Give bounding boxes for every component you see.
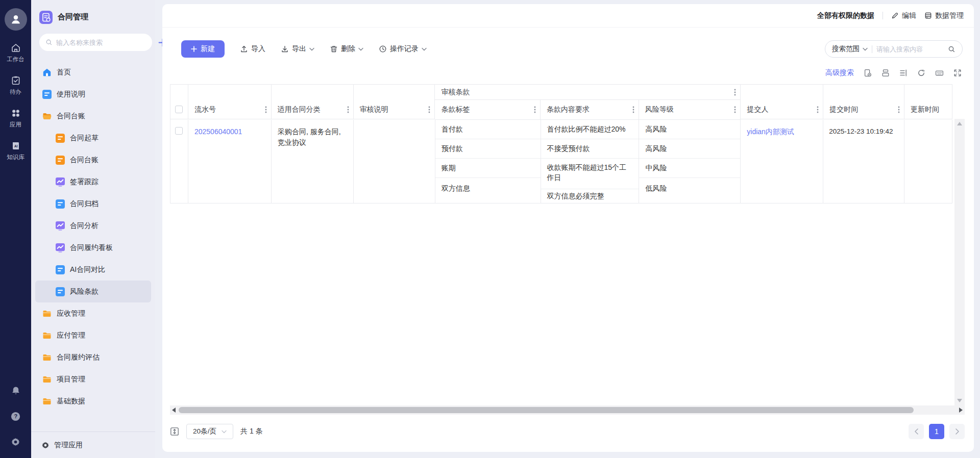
kebab-menu-icon[interactable] — [428, 106, 430, 114]
kebab-menu-icon[interactable] — [817, 106, 819, 114]
sidebar-item-contract-draft[interactable]: 合同起草 — [35, 127, 151, 149]
refresh-icon[interactable] — [917, 69, 925, 77]
operation-log-button[interactable]: 操作记录 — [379, 44, 427, 54]
user-avatar[interactable] — [5, 8, 27, 31]
scroll-down-arrow[interactable] — [957, 399, 962, 402]
header-cell-clause-requirement: 条款内容要求 — [541, 100, 639, 119]
row-height-icon[interactable] — [170, 427, 179, 436]
manage-app-button[interactable]: 管理应用 — [31, 431, 155, 458]
sidebar-item-ai-contract-compare[interactable]: AI合同对比 — [35, 259, 151, 281]
next-page-button[interactable] — [949, 424, 965, 439]
horizontal-scrollbar[interactable] — [170, 405, 965, 415]
new-button[interactable]: 新建 — [181, 40, 225, 58]
kebab-menu-icon[interactable] — [534, 106, 536, 114]
header-cell-note: 审核说明 — [354, 85, 435, 119]
rail-item-todo[interactable]: 待办 — [0, 75, 31, 96]
data-manage-button[interactable]: 数据管理 — [924, 11, 964, 20]
rail-item-workbench[interactable]: 工作台 — [0, 43, 31, 63]
clause-requirement: 不接受预付款 — [541, 139, 639, 159]
advanced-search-link[interactable]: 高级搜索 — [825, 68, 854, 78]
kebab-menu-icon[interactable] — [265, 106, 267, 114]
fullscreen-icon[interactable] — [953, 69, 962, 77]
chart-icon — [56, 177, 65, 187]
scroll-left-arrow[interactable] — [172, 408, 176, 413]
kebab-menu-icon[interactable] — [734, 106, 736, 114]
header-group-review-clauses: 审核条款 条款标签 条款内容要求 — [435, 85, 741, 120]
settings-gear-icon[interactable] — [11, 437, 20, 447]
document-icon — [42, 90, 52, 99]
sidebar-item-performance-board[interactable]: 合同履约看板 — [35, 237, 151, 259]
sidebar-item-usage-guide[interactable]: 使用说明 — [35, 83, 151, 105]
sidebar-item-payables[interactable]: 应付管理 — [35, 324, 151, 346]
kebab-menu-icon[interactable] — [898, 106, 900, 114]
sidebar-item-base-data[interactable]: 基础数据 — [35, 390, 151, 412]
scroll-right-arrow[interactable] — [959, 408, 963, 413]
edit-button[interactable]: 编辑 — [891, 11, 916, 20]
submitter-link[interactable]: yidian内部测试 — [747, 128, 794, 136]
kebab-menu-icon[interactable] — [347, 106, 349, 114]
sidebar-item-risk-clauses[interactable]: 风险条款 — [35, 281, 151, 302]
prev-page-button[interactable] — [909, 424, 924, 439]
rail-item-label: 知识库 — [7, 154, 24, 161]
import-button[interactable]: 导入 — [240, 44, 265, 54]
header-cell-risk-level: 风险等级 — [639, 100, 741, 119]
sidebar-item-contract-analysis[interactable]: 合同分析 — [35, 215, 151, 237]
page-size-select[interactable]: 20条/页 — [186, 424, 233, 439]
app-title: 合同管理 — [58, 12, 88, 22]
scroll-up-arrow[interactable] — [957, 122, 962, 125]
sidebar-item-performance-eval[interactable]: 合同履约评估 — [35, 346, 151, 368]
data-scope-label[interactable]: 全部有权限的数据 — [817, 11, 874, 20]
risk-level: 高风险 — [639, 139, 740, 159]
sidebar-item-receivables[interactable]: 应收管理 — [35, 302, 151, 324]
sidebar: 合同管理 首页 使用说明 合同台账 — [31, 0, 155, 458]
search-icon[interactable] — [948, 45, 955, 53]
risk-level: 高风险 — [639, 120, 740, 139]
card-view-icon[interactable] — [881, 69, 890, 77]
delete-button[interactable]: 删除 — [330, 44, 363, 54]
apps-grid-icon — [11, 108, 21, 118]
kebab-menu-icon[interactable] — [632, 106, 634, 114]
row-checkbox[interactable] — [175, 127, 183, 135]
note-cell — [354, 120, 435, 203]
scrollbar-thumb[interactable] — [179, 407, 914, 413]
serial-link[interactable]: 202506040001 — [194, 128, 242, 136]
rail-item-apps[interactable]: 应用 — [0, 108, 31, 129]
sidebar-item-project-mgmt[interactable]: 项目管理 — [35, 368, 151, 390]
notification-bell-icon[interactable] — [11, 386, 21, 396]
clipboard-check-icon — [11, 75, 21, 86]
table-search-input[interactable] — [876, 45, 944, 53]
left-rail: 工作台 待办 应用 AI 知识库 ? — [0, 0, 31, 458]
keyboard-icon[interactable] — [935, 69, 944, 77]
rail-item-knowledge[interactable]: AI 知识库 — [0, 141, 31, 161]
risk-level-column: 高风险 高风险 中风险 低风险 — [639, 120, 741, 203]
table-search: 搜索范围 — [825, 40, 963, 58]
kebab-menu-icon[interactable] — [734, 88, 736, 96]
column-settings-icon[interactable] — [899, 69, 908, 77]
help-icon[interactable]: ? — [10, 411, 21, 422]
export-view-icon[interactable] — [864, 69, 872, 77]
divider — [872, 45, 872, 53]
clause-requirement-column: 首付款比例不能超过20% 不接受预付款 收款账期不能超过15个工作日 双方信息必… — [541, 120, 640, 203]
sidebar-search[interactable] — [39, 34, 152, 51]
total-count-label: 共 1 条 — [240, 427, 263, 436]
select-all-checkbox[interactable] — [175, 106, 183, 113]
rail-item-label: 待办 — [10, 88, 21, 96]
sidebar-item-home[interactable]: 首页 — [35, 61, 151, 83]
clause-tag: 预付款 — [435, 139, 541, 159]
page-1-button[interactable]: 1 — [929, 424, 944, 439]
sidebar-item-contract-ledger-group[interactable]: 合同台账 — [35, 105, 151, 127]
chevron-down-icon — [422, 47, 427, 51]
export-button[interactable]: 导出 — [281, 44, 314, 54]
sidebar-item-contract-ledger[interactable]: 合同台账 — [35, 149, 151, 171]
home-icon — [42, 68, 52, 77]
sidebar-item-sign-tracking[interactable]: 签署跟踪 — [35, 171, 151, 193]
sidebar-item-contract-archive[interactable]: 合同归档 — [35, 193, 151, 215]
home-icon — [11, 43, 21, 53]
submit-time-cell: 2025-12-23 10:19:42 — [823, 120, 904, 203]
folder-icon — [42, 309, 52, 318]
sidebar-search-input[interactable] — [56, 39, 146, 46]
header-cell-serial: 流水号 — [188, 85, 272, 119]
vertical-scrollbar[interactable] — [954, 119, 965, 405]
search-scope-dropdown[interactable]: 搜索范围 — [832, 44, 868, 54]
toolbar: 新建 导入 导出 — [162, 28, 974, 61]
